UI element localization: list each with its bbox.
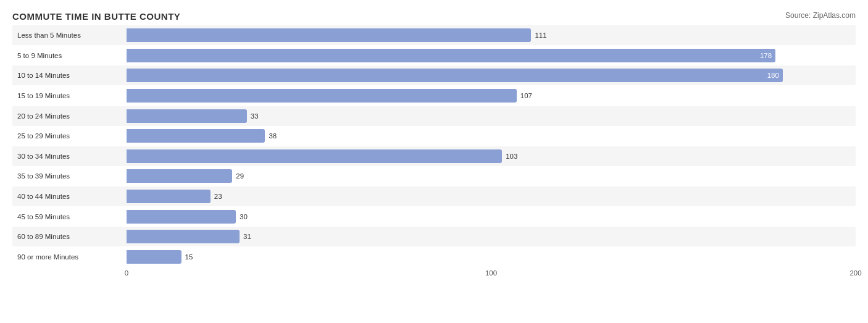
bar-label: 20 to 24 Minutes	[12, 112, 127, 120]
bar-label: 45 to 59 Minutes	[12, 213, 127, 220]
bar-value: 107	[520, 92, 532, 99]
bar-fill: 111	[127, 28, 531, 42]
bar-value: 38	[269, 132, 277, 140]
bar-row: 20 to 24 Minutes33	[12, 106, 856, 126]
bar-row: 5 to 9 Minutes178	[12, 46, 856, 65]
bar-row: Less than 5 Minutes111	[12, 25, 856, 45]
bar-label: 15 to 19 Minutes	[12, 92, 127, 99]
bar-value: 111	[535, 31, 546, 39]
bars-section: Less than 5 Minutes1115 to 9 Minutes1781…	[12, 25, 856, 267]
bar-value: 33	[251, 112, 259, 120]
bar-value: 31	[243, 233, 251, 240]
chart-title: COMMUTE TIME IN BUTTE COUNTY	[12, 11, 856, 22]
bar-track: 180	[127, 65, 856, 85]
x-axis: 0100200	[12, 269, 856, 282]
bar-value: 15	[185, 253, 193, 261]
bar-label: 30 to 34 Minutes	[12, 153, 127, 160]
bar-label: Less than 5 Minutes	[12, 31, 127, 39]
bar-value: 30	[240, 213, 248, 220]
bar-fill: 178	[127, 49, 775, 62]
bar-track: 33	[127, 106, 856, 126]
bar-track: 23	[127, 187, 856, 206]
chart-container: COMMUTE TIME IN BUTTE COUNTY Source: Zip…	[0, 0, 868, 323]
bar-value: 180	[767, 72, 779, 79]
bar-row: 40 to 44 Minutes23	[12, 187, 856, 206]
x-axis-labels: 0100200	[127, 269, 856, 282]
bar-value: 178	[760, 52, 772, 59]
x-tick: 200	[849, 269, 861, 277]
bar-track: 30	[127, 207, 856, 227]
bar-fill: 23	[127, 190, 211, 203]
chart-area: Less than 5 Minutes1115 to 9 Minutes1781…	[12, 25, 856, 282]
bar-label: 90 or more Minutes	[12, 253, 127, 261]
bar-row: 10 to 14 Minutes180	[12, 65, 856, 85]
bar-label: 35 to 39 Minutes	[12, 172, 127, 180]
bar-value: 29	[236, 172, 244, 180]
bar-row: 30 to 34 Minutes103	[12, 146, 856, 166]
bar-label: 5 to 9 Minutes	[12, 52, 127, 59]
bar-row: 90 or more Minutes15	[12, 247, 856, 267]
bar-fill: 107	[127, 89, 517, 103]
bar-label: 10 to 14 Minutes	[12, 72, 127, 79]
bar-track: 31	[127, 227, 856, 246]
bar-track: 178	[127, 46, 856, 65]
bar-value: 103	[506, 153, 517, 160]
bar-fill: 15	[127, 250, 182, 264]
bar-fill: 30	[127, 210, 236, 224]
bar-track: 111	[127, 25, 856, 45]
bar-label: 25 to 29 Minutes	[12, 132, 127, 140]
bar-track: 103	[127, 146, 856, 166]
bar-row: 60 to 89 Minutes31	[12, 227, 856, 246]
bar-fill: 31	[127, 230, 240, 243]
bar-fill: 180	[127, 69, 783, 82]
bar-row: 15 to 19 Minutes107	[12, 86, 856, 106]
bar-value: 23	[214, 193, 222, 200]
bar-row: 35 to 39 Minutes29	[12, 166, 856, 186]
bar-track: 38	[127, 126, 856, 146]
bar-fill: 103	[127, 149, 502, 163]
x-tick: 100	[485, 269, 497, 277]
x-tick: 0	[125, 269, 128, 277]
source-label: Source: ZipAtlas.com	[785, 11, 856, 20]
bar-row: 45 to 59 Minutes30	[12, 207, 856, 227]
bar-track: 15	[127, 247, 856, 267]
bar-label: 60 to 89 Minutes	[12, 233, 127, 240]
bar-track: 29	[127, 166, 856, 186]
bar-track: 107	[127, 86, 856, 106]
bar-fill: 33	[127, 109, 247, 123]
bar-fill: 38	[127, 129, 265, 143]
bar-row: 25 to 29 Minutes38	[12, 126, 856, 146]
bar-fill: 29	[127, 169, 232, 183]
bar-label: 40 to 44 Minutes	[12, 193, 127, 200]
